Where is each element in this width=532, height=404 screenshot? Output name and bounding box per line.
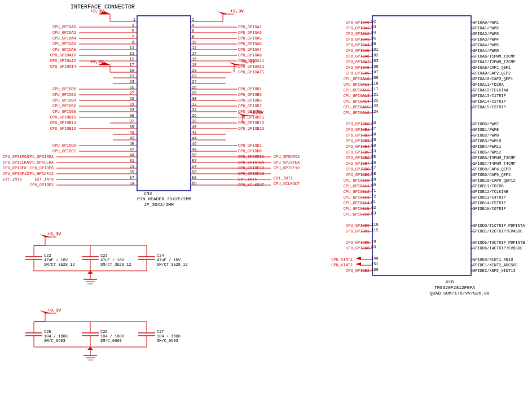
c27-footprint: SM/C_0603 [157, 339, 178, 343]
pin-num-12: 12 [192, 46, 196, 50]
pin-num-27: 27 [130, 91, 134, 95]
pin-label-5: CPU_GPIOA2 [52, 30, 76, 35]
pin-num-25: 25 [130, 85, 134, 90]
pin-label-53: CPU_GPIOF8 [30, 166, 54, 170]
pin-label-3: CPU_GPIOA0 [52, 25, 76, 29]
vcc-label-r2: +3,3V [241, 59, 255, 64]
u1d-num-50: 50 [371, 143, 376, 148]
ext-xclkout: CPU_XCLKOUT [274, 182, 300, 186]
ext-spsimoa: CPU_SPSIMOA [3, 155, 29, 159]
pin-num-2: 2 [192, 17, 194, 22]
u1d-func-cap4: GPIOB8/CAP4_QEP3 [473, 167, 511, 172]
pin-label-32: CPU_GPIOB7 [238, 104, 262, 108]
svg-marker-74 [355, 257, 361, 260]
u1d-func-pwm4: GPIOA3/PWM4 [473, 37, 499, 42]
u1d-func-t1pwm: GPIOA6/T1PWM_T1CMP [473, 54, 516, 59]
connector-block [137, 16, 191, 191]
pin-num-4: 4 [192, 23, 194, 28]
pin-label-31: CPU_GPIOB6 [52, 104, 76, 108]
vcc-label-1: +3,3V [90, 8, 104, 14]
u1d-func-gpiod6: GPIOD6/T4CTRIP/EVBSOC [473, 246, 522, 251]
u1d-num-63: 63 [371, 211, 376, 216]
pin-num-60: 60 [192, 181, 196, 186]
pin-num-11: 11 [130, 46, 134, 50]
pin-num-56: 56 [192, 170, 196, 174]
u1d-func-tdirb: GPIOB11/TDIRB [473, 184, 504, 188]
u1d-num-115: 115 [371, 228, 379, 232]
ext-gpiof10: CPU_GPIOF10 [274, 166, 300, 170]
vcc-label-r1: +3,3V [230, 8, 244, 14]
pin-num-46: 46 [192, 142, 196, 146]
u1d-func-pwm8: GPIOB1/PWM8 [473, 128, 499, 132]
u1d-num-46: 46 [371, 121, 376, 125]
c27-ref: C27 [157, 330, 164, 334]
pin-num-44: 44 [192, 136, 196, 140]
ext-int0: EXT_INT0 [3, 177, 22, 182]
c23-footprint: SM/CT_3528_12 [100, 262, 131, 267]
pin-label-33: CPU_GPIOB8 [52, 109, 76, 114]
u1d-func-cap3: GPIOA10/CAP3_QEP1 [473, 77, 513, 81]
svg-marker-37 [217, 11, 228, 14]
u1d-num-48: 48 [371, 132, 376, 137]
svg-marker-75 [355, 262, 361, 266]
u1d-func-pwm9: GPIOB2/PWM9 [473, 133, 499, 138]
c22-value: 47uF / 10V [44, 258, 68, 262]
u1d-num-59: 59 [371, 177, 376, 182]
u1d-num-53: 53 [371, 149, 376, 153]
u1d-func-c3trip: GPIOA15/C3TRIP [473, 105, 506, 109]
vcc-cap-top: +3,3V [47, 231, 61, 236]
pin-num-16: 16 [192, 57, 196, 62]
c24-ref: C24 [157, 253, 164, 258]
u1d-num-61: 61 [371, 200, 376, 204]
c26-ref: C26 [100, 330, 108, 334]
pin-label-7: CPU_GPIOA4 [52, 36, 76, 41]
vcc-label-r3: +3,3V [250, 110, 263, 115]
pin-num-45: 45 [130, 142, 134, 146]
pin-label-28: CPU_GPIOB3 [238, 93, 262, 97]
u1d-func-gpiod5: GPIOD5/T3CTRIP_PDPINTB [473, 240, 525, 245]
u1d-func-t3pwm: GPIOB6/T3PWM_T3CMP [473, 156, 516, 160]
pin-num-14: 14 [192, 51, 196, 56]
pin-num-52: 52 [192, 159, 196, 163]
pin-num-53: 53 [130, 164, 134, 169]
pin-num-23: 23 [130, 80, 134, 84]
u1d-num-124: 124 [371, 109, 379, 114]
c27-value: 104 / 1608 [157, 334, 181, 339]
u1d-num-101: 101 [371, 47, 379, 52]
pin-num-33: 33 [130, 108, 134, 112]
ext-spsomia: CPU_SPSOMIA [274, 155, 300, 159]
u1d-func-cap2: GPIOA9/CAP2_QEP2 [473, 71, 511, 76]
pin-num-29: 29 [130, 96, 134, 101]
c24-footprint: SM/CT_3528_12 [157, 262, 188, 267]
c22-footprint: SM/CT_3528_12 [44, 262, 75, 267]
u1d-num-49: 49 [371, 138, 376, 142]
u1d-func-pwm6: GPIOA4/PWM6 [473, 49, 499, 53]
pin-num-48: 48 [192, 147, 196, 152]
pin-label-51: CPU_SPICLKA [28, 160, 54, 165]
c23-value: 47uF / 10V [100, 258, 125, 262]
u1d-num-151: 151 [371, 262, 379, 266]
u1d-num-108: 108 [371, 64, 379, 69]
pin-label-38: CPU_GPIOB13 [238, 121, 264, 125]
c25-ref: C25 [44, 330, 51, 334]
u1d-func-c1trip: GPIOA13/C1TRIP [473, 94, 506, 98]
pin-num-31: 31 [130, 102, 134, 107]
u1d-func-pwm3: GPIOA2/PWM3 [473, 32, 499, 36]
u1d-num-95: 95 [371, 36, 376, 41]
pin-num-5: 5 [132, 29, 134, 33]
pin-num-58: 58 [192, 175, 196, 180]
u1d-func-pwm11: GPIOB4/PWM11 [473, 144, 501, 149]
u1d-num-71: 71 [371, 188, 376, 193]
u1d-func-pwm1: GPIOA0/PWM1 [473, 20, 499, 25]
pin-label-14: CPU_GPIOA9 [238, 53, 262, 58]
u1d-func-cap1: GPIOA8/CAP1_QEP1 [473, 65, 511, 70]
pin-num-7: 7 [132, 34, 134, 39]
ext-int1: EXT_INT1 [274, 176, 293, 181]
pin-num-43: 43 [130, 136, 134, 140]
u1d-num-123: 123 [371, 104, 379, 108]
u1d-num-57: 57 [371, 166, 376, 170]
pin-label-8: CPU_GPIOA5 [238, 36, 262, 41]
c25-footprint: SM/C_0603 [44, 339, 65, 343]
u1d-num-72: 72 [371, 194, 376, 199]
pin-label-30: CPU_GPIOB5 [238, 98, 262, 103]
